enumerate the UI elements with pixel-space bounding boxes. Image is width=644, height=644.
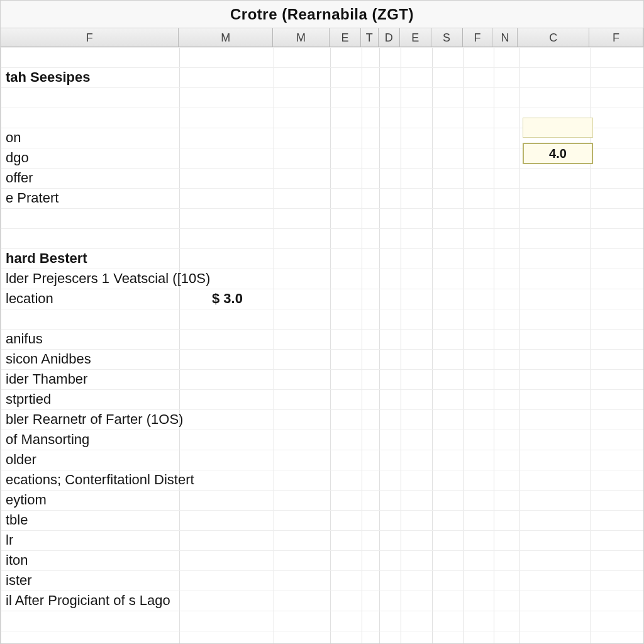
gridline-horizontal (1, 611, 643, 611)
cell[interactable]: lecation (3, 289, 56, 309)
cell[interactable]: of Mansorting (3, 430, 92, 450)
gridline-horizontal (1, 631, 643, 631)
cell[interactable]: iton (3, 550, 30, 570)
gridline-horizontal (1, 450, 643, 450)
gridline-horizontal (1, 329, 643, 330)
cell[interactable]: tah Seesipes (3, 67, 93, 87)
gridline-horizontal (1, 168, 643, 169)
gridline-horizontal (1, 570, 643, 571)
cell[interactable]: tble (3, 510, 30, 530)
spreadsheet-window: Crotre (Rearnabila (ZGT) FMMETDESFNCF 4.… (0, 0, 644, 644)
cell[interactable]: lr (3, 530, 16, 550)
column-header[interactable]: F (463, 28, 493, 47)
column-header[interactable]: M (273, 28, 330, 47)
cell[interactable]: sicon Anidbes (3, 349, 94, 369)
cell[interactable]: il After Progiciant of s Lago (3, 591, 173, 611)
gridline-horizontal (1, 530, 643, 531)
cell[interactable]: e Pratert (3, 188, 61, 208)
gridline-horizontal (1, 349, 643, 350)
column-header[interactable]: E (400, 28, 431, 47)
gridline-horizontal (1, 108, 643, 108)
cell[interactable]: bler Rearnetr of Farter (1OS) (3, 409, 186, 430)
cell[interactable]: stprtied (3, 389, 53, 409)
column-header[interactable]: S (431, 28, 463, 47)
gridline-horizontal (1, 67, 643, 68)
cell[interactable]: offer (3, 168, 36, 188)
column-header[interactable]: F (1, 28, 179, 47)
gridline-horizontal (1, 87, 643, 88)
gridline-vertical (179, 47, 180, 643)
gridline-vertical (379, 47, 380, 643)
gridline-vertical (464, 47, 464, 643)
gridline-horizontal (1, 309, 643, 309)
column-header[interactable]: C (518, 28, 589, 47)
cell[interactable]: hard Bestert (3, 248, 90, 269)
active-cell[interactable]: 4.0 (523, 143, 593, 164)
cell[interactable]: older (3, 450, 39, 470)
gridline-horizontal (1, 289, 643, 289)
column-header[interactable]: T (361, 28, 379, 47)
gridline-horizontal (1, 490, 643, 491)
column-header[interactable]: D (379, 28, 400, 47)
gridline-vertical (401, 47, 401, 643)
cell[interactable]: lder Prejescers 1 Veatscial ([10S) (3, 269, 213, 289)
cell[interactable]: ister (3, 570, 35, 591)
gridline-vertical (362, 47, 362, 643)
column-header[interactable]: N (492, 28, 518, 47)
gridline-horizontal (1, 208, 643, 209)
gridline-vertical (432, 47, 433, 643)
gridline-horizontal (1, 369, 643, 370)
cell[interactable]: ecations; Conterfitationl Distert (3, 470, 197, 490)
gridline-horizontal (1, 389, 643, 390)
gridline-vertical (274, 47, 274, 643)
gridline-horizontal (1, 47, 643, 48)
column-header[interactable]: E (330, 28, 361, 47)
cell[interactable]: $ 3.0 (209, 289, 245, 309)
cell[interactable]: dgo (3, 148, 31, 168)
gridline-horizontal (1, 510, 643, 511)
gridline-horizontal (1, 248, 643, 249)
gridline-vertical (1, 47, 1, 643)
cell[interactable]: eytiom (3, 490, 49, 510)
cell[interactable]: anifus (3, 329, 45, 349)
column-header[interactable]: F (589, 28, 643, 47)
highlighted-cell-empty[interactable] (523, 118, 593, 138)
cell[interactable]: on (3, 128, 23, 148)
cell[interactable]: ider Thamber (3, 369, 90, 389)
gridline-vertical (494, 47, 494, 643)
gridline-horizontal (1, 188, 643, 189)
column-header[interactable]: M (179, 28, 273, 47)
column-headers: FMMETDESFNCF (1, 28, 643, 47)
gridline-vertical (330, 47, 331, 643)
gridline-horizontal (1, 430, 643, 430)
window-title: Crotre (Rearnabila (ZGT) (1, 1, 643, 28)
gridline-horizontal (1, 550, 643, 551)
gridline-horizontal (1, 228, 643, 229)
spreadsheet-grid[interactable]: 4.0tah Seesipesondgo offere Praterthard … (1, 47, 643, 643)
gridline-vertical (519, 47, 519, 643)
